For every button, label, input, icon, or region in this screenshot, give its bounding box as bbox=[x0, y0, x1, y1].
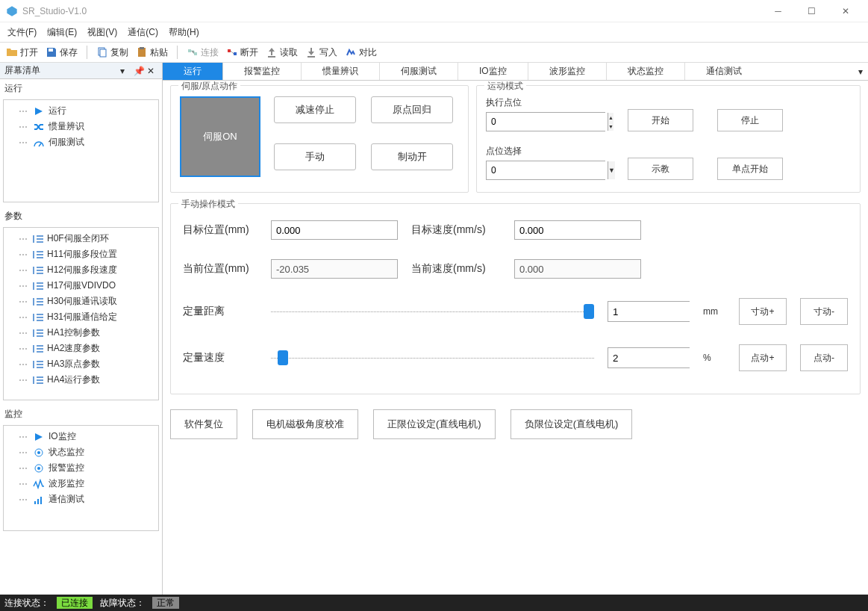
cur-pos-value: -20.035 bbox=[271, 259, 398, 279]
param-item[interactable]: ⋯H11伺服多段位置 bbox=[4, 246, 158, 262]
chevron-down-icon[interactable]: ▼ bbox=[608, 161, 615, 179]
tab-wave[interactable]: 波形监控 bbox=[528, 63, 607, 80]
compare-icon bbox=[345, 46, 357, 58]
minimize-button[interactable]: ─ bbox=[761, 0, 795, 22]
neg-limit-button[interactable]: 负限位设定(直线电机) bbox=[511, 409, 633, 439]
tree-item-servotest[interactable]: ⋯伺服测试 bbox=[4, 134, 158, 150]
monitor-item-io[interactable]: ⋯IO监控 bbox=[4, 429, 158, 444]
fieldset-manual: 手动操作模式 目标位置(mm) 目标速度(mm/s) 当前位置(mm) -20.… bbox=[170, 203, 861, 394]
menu-file[interactable]: 文件(F) bbox=[7, 26, 37, 39]
spin-up-icon[interactable]: ▲ bbox=[608, 113, 613, 122]
target-pos-input[interactable] bbox=[271, 220, 398, 240]
param-item[interactable]: ⋯HA4运行参数 bbox=[4, 372, 158, 388]
disconnect-button[interactable]: 断开 bbox=[226, 46, 258, 59]
slider-thumb[interactable] bbox=[584, 304, 594, 319]
manual-button[interactable]: 手动 bbox=[274, 143, 356, 170]
monitor-item-wave[interactable]: ⋯波形监控 bbox=[4, 476, 158, 491]
stop-button[interactable]: 停止 bbox=[717, 109, 783, 131]
point-minus-button[interactable]: 点动- bbox=[800, 344, 848, 371]
point-select[interactable]: ▼ bbox=[486, 161, 605, 180]
pole-calib-button[interactable]: 电机磁极角度校准 bbox=[252, 409, 358, 439]
monitor-item-commtest[interactable]: ⋯通信测试 bbox=[4, 491, 158, 507]
monitor-item-alarm[interactable]: ⋯报警监控 bbox=[4, 460, 158, 476]
param-item[interactable]: ⋯HA1控制参数 bbox=[4, 325, 158, 341]
tree-item-run[interactable]: ⋯运行 bbox=[4, 103, 158, 119]
open-button[interactable]: 打开 bbox=[6, 46, 38, 59]
target-spd-input[interactable] bbox=[514, 220, 641, 240]
tab-io[interactable]: IO监控 bbox=[458, 63, 528, 80]
maximize-button[interactable]: ☐ bbox=[795, 0, 828, 22]
param-item[interactable]: ⋯HA2速度参数 bbox=[4, 341, 158, 356]
tab-alarm[interactable]: 报警监控 bbox=[223, 63, 302, 80]
pane-close-icon[interactable]: ✕ bbox=[147, 66, 157, 76]
point-plus-button[interactable]: 点动+ bbox=[739, 344, 787, 371]
tab-run[interactable]: 运行 bbox=[163, 63, 223, 80]
signal-icon bbox=[33, 494, 45, 505]
tab-overflow-icon[interactable]: ▾ bbox=[853, 63, 868, 80]
write-button[interactable]: 写入 bbox=[305, 46, 337, 59]
monitor-item-status[interactable]: ⋯状态监控 bbox=[4, 444, 158, 460]
tab-servotest[interactable]: 伺服测试 bbox=[380, 63, 458, 80]
close-button[interactable]: ✕ bbox=[828, 0, 862, 22]
right-panel: 运行 报警监控 惯量辨识 伺服测试 IO监控 波形监控 状态监控 通信测试 ▾ … bbox=[163, 63, 868, 595]
param-item[interactable]: ⋯H31伺服通信给定 bbox=[4, 309, 158, 325]
fieldset-motion: 运动模式 执行点位 ▲▼ 开始 停止 点位选择 bbox=[476, 85, 861, 193]
pane-pin-icon[interactable]: 📌 bbox=[134, 66, 144, 76]
list-icon bbox=[33, 361, 43, 368]
shuffle-icon bbox=[33, 122, 45, 132]
brake-open-button[interactable]: 制动开 bbox=[371, 143, 453, 170]
dist-value-input[interactable]: ▼ bbox=[608, 301, 690, 322]
exec-point-input[interactable]: ▲▼ bbox=[486, 112, 605, 131]
decel-stop-button[interactable]: 减速停止 bbox=[274, 96, 356, 123]
connect-button[interactable]: 连接 bbox=[187, 46, 219, 59]
teach-button[interactable]: 示教 bbox=[628, 158, 693, 180]
menu-edit[interactable]: 编辑(E) bbox=[47, 26, 77, 39]
home-return-button[interactable]: 原点回归 bbox=[371, 96, 453, 123]
tree-params[interactable]: ⋯H0F伺服全闭环 ⋯H11伺服多段位置 ⋯H12伺服多段速度 ⋯H17伺服VD… bbox=[3, 227, 159, 400]
compare-button[interactable]: 对比 bbox=[345, 46, 377, 59]
paste-button[interactable]: 粘贴 bbox=[136, 46, 168, 59]
folder-open-icon bbox=[6, 46, 18, 58]
start-button[interactable]: 开始 bbox=[628, 109, 693, 131]
tab-status[interactable]: 状态监控 bbox=[607, 63, 685, 80]
tree-item-inertia[interactable]: ⋯惯量辨识 bbox=[4, 119, 158, 134]
spd-value-input[interactable]: ▲▼ bbox=[608, 347, 690, 368]
param-item[interactable]: ⋯H0F伺服全闭环 bbox=[4, 231, 158, 246]
dist-unit: mm bbox=[703, 306, 725, 317]
tab-inertia[interactable]: 惯量辨识 bbox=[302, 63, 380, 80]
param-item[interactable]: ⋯H12伺服多段速度 bbox=[4, 262, 158, 278]
cur-spd-value: 0.000 bbox=[514, 259, 641, 279]
svg-rect-5 bbox=[188, 49, 191, 52]
point-select-field[interactable] bbox=[487, 161, 608, 179]
menu-view[interactable]: 视图(V) bbox=[87, 26, 117, 39]
jog-minus-button[interactable]: 寸动- bbox=[800, 298, 848, 325]
pos-limit-button[interactable]: 正限位设定(直线电机) bbox=[373, 409, 496, 439]
exec-point-field[interactable] bbox=[487, 113, 608, 131]
spd-slider[interactable] bbox=[271, 350, 594, 365]
save-button[interactable]: 保存 bbox=[46, 46, 78, 59]
menu-comm[interactable]: 通信(C) bbox=[128, 26, 158, 39]
pane-title: 屏幕清单 bbox=[4, 64, 40, 77]
list-icon bbox=[33, 329, 43, 337]
pane-dropdown-icon[interactable]: ▾ bbox=[120, 66, 131, 76]
target-spd-label: 目标速度(mm/s) bbox=[411, 223, 501, 237]
menu-help[interactable]: 帮助(H) bbox=[169, 26, 199, 39]
single-start-button[interactable]: 单点开始 bbox=[717, 158, 783, 180]
svg-rect-2 bbox=[100, 49, 106, 57]
menu-bar: 文件(F) 编辑(E) 视图(V) 通信(C) 帮助(H) bbox=[0, 22, 868, 42]
copy-button[interactable]: 复制 bbox=[96, 46, 128, 59]
dist-slider[interactable] bbox=[271, 304, 594, 319]
servo-on-button[interactable]: 伺服ON bbox=[180, 96, 260, 177]
cur-spd-label: 当前速度(mm/s) bbox=[411, 262, 501, 276]
param-item[interactable]: ⋯H17伺服VDIVDO bbox=[4, 278, 158, 294]
jog-plus-button[interactable]: 寸动+ bbox=[739, 298, 787, 325]
param-item[interactable]: ⋯HA3原点参数 bbox=[4, 356, 158, 372]
tab-commtest[interactable]: 通信测试 bbox=[685, 63, 763, 80]
legend-motion: 运动模式 bbox=[484, 81, 526, 93]
param-item[interactable]: ⋯H30伺服通讯读取 bbox=[4, 294, 158, 309]
slider-thumb[interactable] bbox=[278, 350, 288, 365]
target-pos-label: 目标位置(mm) bbox=[183, 223, 257, 237]
soft-reset-button[interactable]: 软件复位 bbox=[170, 409, 237, 439]
spin-down-icon[interactable]: ▼ bbox=[608, 122, 613, 131]
read-button[interactable]: 读取 bbox=[266, 46, 298, 59]
